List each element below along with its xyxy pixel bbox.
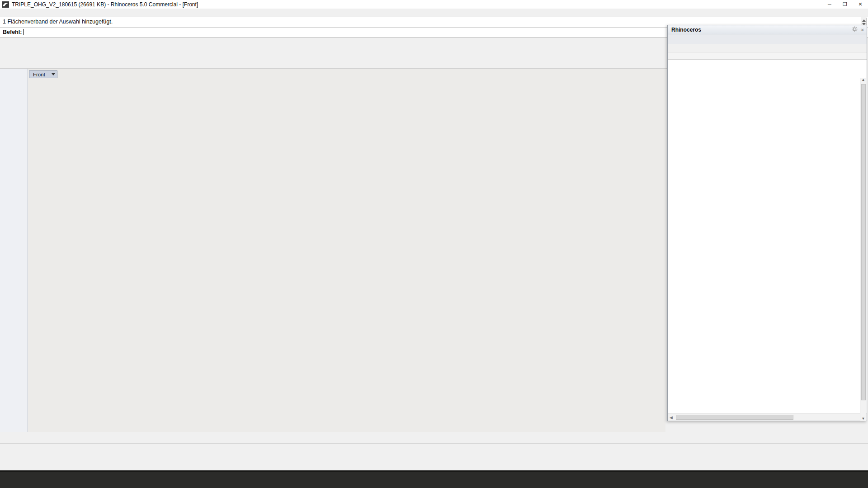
status-bar [0, 458, 868, 470]
text-caret [23, 29, 24, 35]
toolbar-tab-strip [0, 44, 667, 53]
scroll-up-icon[interactable] [862, 19, 866, 22]
rhinoceros-window: TRIPLE_OHG_V2_180615 (26691 KB) - Rhinoc… [0, 0, 868, 488]
left-tool-palette [0, 69, 28, 432]
layer-list [668, 60, 867, 413]
viewport-canvas[interactable] [28, 69, 665, 432]
panel-title: Rhinoceros [671, 27, 701, 33]
viewport-front[interactable]: Front [28, 69, 665, 432]
command-history: 1 Flächenverband der Auswahl hinzugefügt… [3, 19, 113, 25]
panel-close-icon[interactable]: × [861, 27, 864, 33]
viewport-title-tab[interactable]: Front [29, 70, 57, 78]
icon-toolbar [0, 53, 667, 69]
osnap-bar [0, 443, 868, 458]
title-bar[interactable]: TRIPLE_OHG_V2_180615 (26691 KB) - Rhinoc… [0, 0, 868, 9]
taskbar [0, 472, 868, 488]
layer-column-headers [668, 52, 867, 60]
gear-icon[interactable] [852, 26, 858, 33]
hscroll-thumb[interactable] [676, 415, 793, 420]
layer-hscrollbar[interactable]: ◀ ▶ [668, 413, 867, 421]
layers-panel: Rhinoceros × ◀ ▶ ▲ ▼ [667, 25, 867, 421]
window-title: TRIPLE_OHG_V2_180615 (26691 KB) - Rhinoc… [12, 1, 198, 8]
minimize-button[interactable]: ─ [822, 0, 837, 9]
viewport-title: Front [33, 72, 45, 77]
scroll-left-icon[interactable]: ◀ [670, 415, 673, 420]
command-prompt[interactable]: Befehl: [3, 29, 24, 35]
viewport-tab-row [0, 432, 868, 443]
close-button[interactable]: ✕ [853, 0, 868, 9]
scroll-up-icon[interactable]: ▲ [860, 78, 866, 82]
viewport-menu-icon[interactable] [52, 73, 55, 75]
layer-vscrollbar[interactable]: ▲ ▼ [860, 78, 866, 421]
maximize-button[interactable]: ❐ [837, 0, 853, 9]
scroll-down-icon[interactable]: ▼ [860, 417, 866, 421]
panel-tabs [668, 34, 867, 44]
layer-toolbar [668, 44, 867, 52]
menu-bar [0, 9, 868, 17]
vscroll-thumb[interactable] [861, 84, 866, 400]
panel-title-bar[interactable]: Rhinoceros × [668, 25, 867, 34]
rhino-logo-icon [2, 1, 9, 8]
